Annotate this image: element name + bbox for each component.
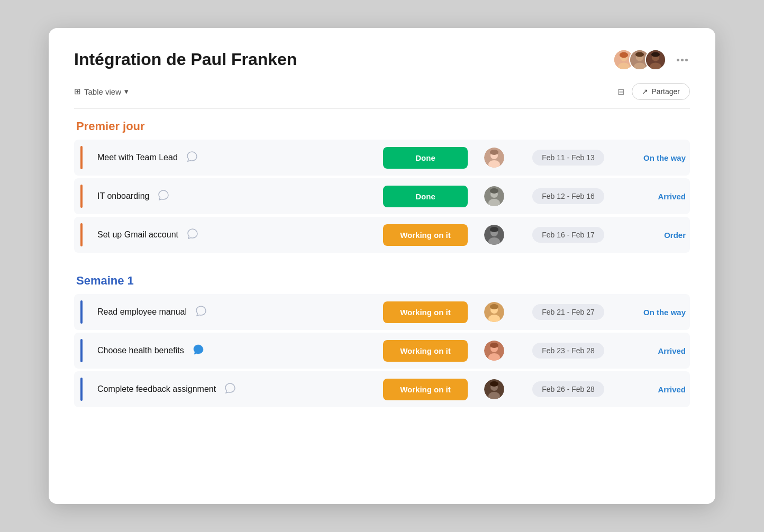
task-date-badge: Feb 26 - Feb 28 — [532, 381, 604, 397]
assignee-avatar — [484, 186, 504, 206]
task-indicator-bar — [80, 378, 83, 401]
chat-icon[interactable] — [186, 151, 198, 165]
task-name-col: Choose health benefits — [97, 344, 378, 358]
task-arrival-col: Arrived — [621, 192, 690, 201]
avatar-3 — [645, 49, 666, 70]
group-semaine-1: Semaine 1Read employee manualWorking on … — [74, 274, 690, 407]
chat-icon[interactable] — [224, 382, 236, 397]
task-status-col: Working on it — [378, 379, 473, 400]
task-date-badge: Feb 11 - Feb 13 — [532, 150, 604, 166]
svg-point-7 — [635, 52, 644, 57]
task-name-text: Choose health benefits — [97, 346, 184, 355]
task-status-col: Working on it — [378, 340, 473, 362]
task-name-text: IT onboarding — [97, 191, 149, 201]
header: Intégration de Paul Franken — [74, 49, 690, 70]
assignee-avatar — [484, 341, 504, 361]
task-status-badge[interactable]: Working on it — [383, 379, 468, 400]
header-right — [613, 49, 690, 70]
assignee-avatar — [484, 302, 504, 322]
toolbar-right: ⊟ ↗ Partager — [615, 83, 690, 100]
dot-1 — [677, 59, 679, 61]
share-label: Partager — [651, 87, 680, 96]
task-arrival-status[interactable]: On the way — [643, 153, 686, 162]
assignee-avatar — [484, 148, 504, 168]
task-name-text: Set up Gmail account — [97, 230, 178, 240]
task-status-col: Done — [378, 147, 473, 169]
chevron-down-icon: ▾ — [124, 87, 129, 96]
groups-container: Premier jourMeet with Team LeadDone Feb … — [74, 120, 690, 407]
task-date-col: Feb 23 - Feb 28 — [515, 343, 621, 359]
svg-point-23 — [490, 227, 498, 232]
svg-point-19 — [490, 188, 498, 194]
task-row: Choose health benefitsWorking on it Feb … — [74, 333, 690, 369]
more-options-button[interactable] — [675, 57, 690, 63]
svg-point-3 — [620, 52, 628, 58]
task-status-col: Working on it — [378, 301, 473, 323]
task-indicator-bar — [80, 146, 83, 169]
task-status-badge[interactable]: Done — [383, 147, 468, 169]
chat-icon[interactable] — [193, 344, 204, 358]
dot-3 — [685, 59, 688, 61]
task-name-col: IT onboarding — [97, 189, 378, 204]
toolbar: ⊞ Table view ▾ ⊟ ↗ Partager — [74, 83, 690, 109]
task-name-col: Set up Gmail account — [97, 228, 378, 242]
task-status-badge[interactable]: Working on it — [383, 301, 468, 323]
task-date-col: Feb 11 - Feb 13 — [515, 150, 621, 166]
task-indicator-bar — [80, 339, 83, 362]
svg-point-15 — [490, 150, 498, 155]
task-assignee-col — [473, 225, 515, 245]
svg-point-6 — [634, 62, 645, 70]
task-name-text: Complete feedback assignment — [97, 384, 216, 394]
svg-point-11 — [651, 52, 660, 57]
task-assignee-col — [473, 341, 515, 361]
task-row: IT onboardingDone Feb 12 - Feb 16Arrived — [74, 178, 690, 214]
task-date-col: Feb 26 - Feb 28 — [515, 381, 621, 397]
task-name-col: Meet with Team Lead — [97, 151, 378, 165]
task-status-badge[interactable]: Done — [383, 186, 468, 207]
chat-icon[interactable] — [187, 228, 198, 242]
task-arrival-col: Arrived — [621, 346, 690, 355]
share-icon: ↗ — [642, 87, 648, 96]
task-arrival-status[interactable]: Order — [664, 231, 686, 240]
task-indicator-bar — [80, 223, 83, 246]
dot-2 — [681, 59, 684, 61]
task-date-badge: Feb 16 - Feb 17 — [532, 227, 604, 243]
task-date-col: Feb 12 - Feb 16 — [515, 188, 621, 204]
task-date-col: Feb 21 - Feb 27 — [515, 304, 621, 320]
task-arrival-col: Order — [621, 231, 690, 240]
task-status-col: Done — [378, 186, 473, 207]
task-arrival-col: On the way — [621, 153, 690, 162]
task-indicator-bar — [80, 300, 83, 324]
svg-point-27 — [490, 304, 498, 309]
chat-icon[interactable] — [158, 189, 169, 204]
svg-point-31 — [490, 343, 498, 348]
task-status-badge[interactable]: Working on it — [383, 224, 468, 246]
task-arrival-status[interactable]: Arrived — [658, 385, 686, 394]
task-arrival-status[interactable]: Arrived — [658, 192, 686, 201]
view-selector[interactable]: ⊞ Table view ▾ — [74, 87, 129, 96]
task-date-col: Feb 16 - Feb 17 — [515, 227, 621, 243]
header-avatars — [613, 49, 666, 70]
filter-icon[interactable]: ⊟ — [615, 85, 626, 99]
assignee-avatar — [484, 225, 504, 245]
svg-point-10 — [650, 62, 661, 70]
task-assignee-col — [473, 148, 515, 168]
assignee-avatar — [484, 379, 504, 399]
task-arrival-status[interactable]: On the way — [643, 308, 686, 317]
svg-point-2 — [618, 62, 630, 70]
main-window: Intégration de Paul Franken — [49, 28, 715, 504]
view-label: Table view — [84, 87, 121, 96]
task-status-badge[interactable]: Working on it — [383, 340, 468, 362]
task-indicator-bar — [80, 185, 83, 208]
share-button[interactable]: ↗ Partager — [632, 83, 690, 100]
task-arrival-status[interactable]: Arrived — [658, 346, 686, 355]
task-date-badge: Feb 21 - Feb 27 — [532, 304, 604, 320]
task-arrival-col: On the way — [621, 308, 690, 317]
task-row: Read employee manualWorking on it Feb 21… — [74, 294, 690, 330]
task-date-badge: Feb 23 - Feb 28 — [532, 343, 604, 359]
task-arrival-col: Arrived — [621, 385, 690, 394]
task-name-col: Read employee manual — [97, 305, 378, 319]
task-name-col: Complete feedback assignment — [97, 382, 378, 397]
chat-icon[interactable] — [195, 305, 207, 319]
task-row: Complete feedback assignmentWorking on i… — [74, 371, 690, 407]
